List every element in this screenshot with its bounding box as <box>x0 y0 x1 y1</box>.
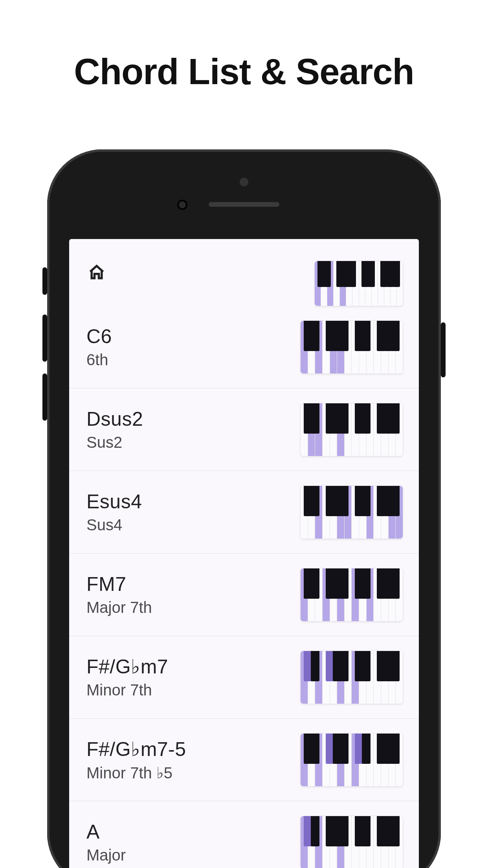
white-key <box>330 568 338 621</box>
phone-power-button <box>441 322 446 377</box>
white-key <box>374 734 381 786</box>
chord-row[interactable]: F#/G♭m7Minor 7th <box>69 636 419 719</box>
white-key <box>345 816 352 868</box>
white-key <box>337 651 345 704</box>
white-key <box>352 651 359 704</box>
white-key <box>308 403 316 456</box>
white-key <box>367 651 374 704</box>
chord-text: C66th <box>86 325 112 369</box>
chord-list[interactable]: C66thDsus2Sus2Esus4Sus4FM7Major 7thF#/G♭… <box>69 306 419 868</box>
chord-subtitle: Major <box>86 846 126 864</box>
home-icon <box>88 264 105 281</box>
chord-row[interactable]: Dsus2Sus2 <box>69 388 419 471</box>
white-key <box>337 321 345 373</box>
white-key <box>315 568 323 621</box>
chord-name: A <box>86 820 126 843</box>
white-key <box>378 261 384 306</box>
white-key <box>308 816 316 868</box>
white-key <box>330 651 338 704</box>
white-key <box>367 321 374 373</box>
chord-subtitle: 6th <box>86 351 112 369</box>
white-key <box>397 261 403 306</box>
white-key <box>359 486 367 539</box>
white-key <box>396 321 403 373</box>
white-key <box>323 486 330 539</box>
white-key <box>389 403 396 456</box>
white-key <box>359 734 367 786</box>
chord-row[interactable]: F#/G♭m7-5Minor 7th ♭5 <box>69 719 419 801</box>
white-key <box>301 568 308 621</box>
white-key <box>323 403 330 456</box>
chord-row[interactable]: Esus4Sus4 <box>69 471 419 554</box>
white-key <box>389 321 396 373</box>
white-key <box>337 568 345 621</box>
chord-name: F#/G♭m7 <box>86 655 168 678</box>
chord-text: FM7Major 7th <box>86 573 152 616</box>
chord-subtitle: Minor 7th <box>86 681 168 699</box>
white-key <box>323 568 330 621</box>
chord-keyboard-preview <box>300 733 403 787</box>
white-key <box>396 734 403 786</box>
chord-text: F#/G♭m7Minor 7th <box>86 655 168 699</box>
white-key <box>346 261 352 306</box>
chord-keyboard-preview <box>300 403 403 456</box>
white-key <box>315 816 323 868</box>
white-key <box>374 651 381 704</box>
white-key <box>374 486 381 539</box>
white-key <box>352 403 359 456</box>
white-key <box>340 261 346 306</box>
white-key <box>381 816 389 868</box>
white-key <box>389 568 396 621</box>
white-key <box>323 321 330 373</box>
white-key <box>389 734 396 786</box>
white-key <box>345 486 352 539</box>
white-key <box>359 321 367 373</box>
white-key <box>396 486 403 539</box>
chord-subtitle: Minor 7th ♭5 <box>86 764 186 782</box>
chord-keyboard-preview <box>300 485 403 539</box>
white-key <box>323 816 330 868</box>
page-title: Chord List & Search <box>0 0 488 92</box>
white-key <box>337 816 345 868</box>
white-key <box>315 486 323 539</box>
white-key <box>359 261 365 306</box>
white-key <box>308 651 316 704</box>
white-key <box>381 651 389 704</box>
phone-frame: C66thDsus2Sus2Esus4Sus4FM7Major 7thF#/G♭… <box>47 149 441 868</box>
app-screen: C66thDsus2Sus2Esus4Sus4FM7Major 7thF#/G♭… <box>69 239 419 868</box>
white-key <box>301 321 308 373</box>
white-key <box>323 651 330 704</box>
white-key <box>381 321 389 373</box>
white-key <box>359 568 367 621</box>
chord-text: Dsus2Sus2 <box>86 408 143 451</box>
phone-proximity-sensor <box>177 200 187 210</box>
white-key <box>396 816 403 868</box>
chord-row[interactable]: FM7Major 7th <box>69 554 419 636</box>
chord-keyboard-preview <box>300 816 403 868</box>
white-key <box>301 403 308 456</box>
white-key <box>337 486 345 539</box>
white-key <box>391 261 397 306</box>
white-key <box>301 486 308 539</box>
chord-keyboard-preview <box>300 568 403 622</box>
chord-subtitle: Sus4 <box>86 516 142 534</box>
phone-volume-down <box>42 373 47 421</box>
white-key <box>308 568 316 621</box>
white-key <box>381 734 389 786</box>
chord-name: F#/G♭m7-5 <box>86 738 186 761</box>
white-key <box>301 651 308 704</box>
chord-text: F#/G♭m7-5Minor 7th ♭5 <box>86 738 186 782</box>
chord-row[interactable]: C66th <box>69 306 419 388</box>
white-key <box>359 403 367 456</box>
white-key <box>367 403 374 456</box>
chord-row[interactable]: AMajor <box>69 801 419 868</box>
white-key <box>367 568 374 621</box>
white-key <box>396 568 403 621</box>
white-key <box>359 651 367 704</box>
white-key <box>308 734 316 786</box>
white-key <box>374 816 381 868</box>
home-button[interactable] <box>85 261 108 284</box>
app-header <box>69 239 419 306</box>
white-key <box>327 261 334 306</box>
white-key <box>337 734 345 786</box>
